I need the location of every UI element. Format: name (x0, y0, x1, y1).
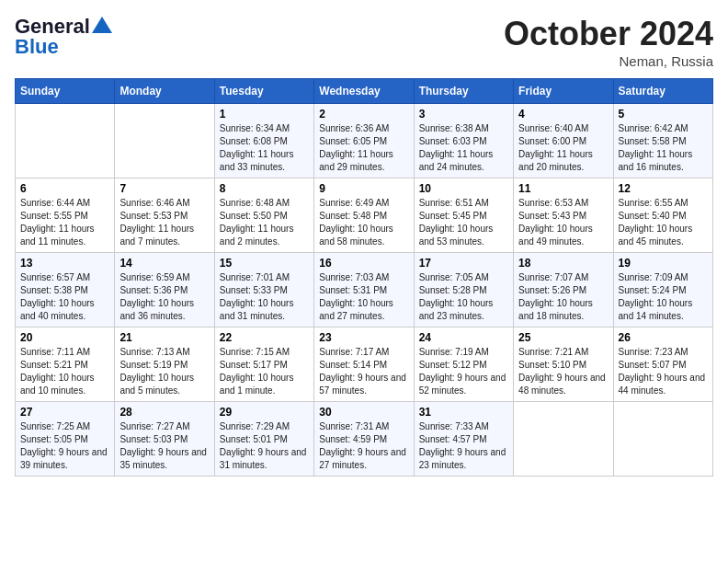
calendar-cell: 4Sunrise: 6:40 AM Sunset: 6:00 PM Daylig… (514, 104, 613, 178)
cell-info: Sunrise: 7:05 AM Sunset: 5:28 PM Dayligh… (419, 271, 508, 323)
day-number: 21 (119, 331, 209, 344)
calendar-cell: 16Sunrise: 7:03 AM Sunset: 5:31 PM Dayli… (314, 253, 414, 327)
cell-info: Sunrise: 7:29 AM Sunset: 5:01 PM Dayligh… (220, 420, 309, 472)
calendar-cell: 6Sunrise: 6:44 AM Sunset: 5:55 PM Daylig… (16, 178, 115, 253)
day-number: 17 (419, 257, 508, 270)
day-number: 7 (119, 182, 209, 195)
month-title: October 2024 (504, 15, 713, 53)
cell-info: Sunrise: 7:23 AM Sunset: 5:07 PM Dayligh… (619, 346, 708, 397)
cell-info: Sunrise: 6:55 AM Sunset: 5:40 PM Dayligh… (619, 197, 708, 248)
cell-info: Sunrise: 6:46 AM Sunset: 5:53 PM Dayligh… (119, 197, 209, 248)
day-number: 15 (220, 257, 309, 270)
cell-info: Sunrise: 6:36 AM Sunset: 6:05 PM Dayligh… (319, 122, 408, 174)
cell-info: Sunrise: 7:21 AM Sunset: 5:10 PM Dayligh… (518, 346, 608, 397)
header-sunday: Sunday (16, 79, 115, 104)
cell-info: Sunrise: 7:17 AM Sunset: 5:14 PM Dayligh… (319, 346, 408, 397)
cell-info: Sunrise: 6:59 AM Sunset: 5:36 PM Dayligh… (119, 271, 209, 323)
week-row-5: 27Sunrise: 7:25 AM Sunset: 5:05 PM Dayli… (16, 402, 713, 477)
calendar-cell: 18Sunrise: 7:07 AM Sunset: 5:26 PM Dayli… (514, 253, 613, 327)
svg-marker-0 (92, 17, 112, 33)
cell-info: Sunrise: 6:42 AM Sunset: 5:58 PM Dayligh… (619, 122, 708, 174)
cell-info: Sunrise: 7:09 AM Sunset: 5:24 PM Dayligh… (619, 271, 708, 323)
day-number: 18 (518, 257, 608, 270)
day-number: 26 (619, 331, 708, 344)
calendar-cell: 27Sunrise: 7:25 AM Sunset: 5:05 PM Dayli… (16, 402, 115, 477)
cell-info: Sunrise: 6:53 AM Sunset: 5:43 PM Dayligh… (518, 197, 608, 248)
calendar-cell: 29Sunrise: 7:29 AM Sunset: 5:01 PM Dayli… (214, 402, 313, 477)
day-number: 19 (619, 257, 708, 270)
calendar-cell: 9Sunrise: 6:49 AM Sunset: 5:48 PM Daylig… (314, 178, 414, 253)
day-number: 25 (518, 331, 608, 344)
cell-info: Sunrise: 6:44 AM Sunset: 5:55 PM Dayligh… (20, 197, 109, 248)
cell-info: Sunrise: 6:38 AM Sunset: 6:03 PM Dayligh… (419, 122, 508, 174)
calendar-cell: 28Sunrise: 7:27 AM Sunset: 5:03 PM Dayli… (115, 402, 214, 477)
day-number: 27 (20, 406, 109, 419)
cell-info: Sunrise: 7:15 AM Sunset: 5:17 PM Dayligh… (220, 346, 309, 397)
header-saturday: Saturday (613, 79, 712, 104)
day-number: 5 (619, 108, 708, 121)
calendar-cell: 21Sunrise: 7:13 AM Sunset: 5:19 PM Dayli… (115, 327, 214, 402)
calendar-cell: 11Sunrise: 6:53 AM Sunset: 5:43 PM Dayli… (514, 178, 613, 253)
week-row-2: 6Sunrise: 6:44 AM Sunset: 5:55 PM Daylig… (16, 178, 713, 253)
calendar-cell: 17Sunrise: 7:05 AM Sunset: 5:28 PM Dayli… (414, 253, 513, 327)
title-block: October 2024 Neman, Russia (504, 15, 713, 69)
day-number: 23 (319, 331, 408, 344)
calendar-cell (514, 402, 613, 477)
day-number: 29 (220, 406, 309, 419)
calendar-cell: 10Sunrise: 6:51 AM Sunset: 5:45 PM Dayli… (414, 178, 513, 253)
week-row-4: 20Sunrise: 7:11 AM Sunset: 5:21 PM Dayli… (16, 327, 713, 402)
logo: General Blue (15, 15, 112, 59)
day-number: 30 (319, 406, 408, 419)
cell-info: Sunrise: 7:19 AM Sunset: 5:12 PM Dayligh… (419, 346, 508, 397)
day-number: 24 (419, 331, 508, 344)
calendar-cell (16, 104, 115, 178)
calendar-cell: 8Sunrise: 6:48 AM Sunset: 5:50 PM Daylig… (214, 178, 313, 253)
cell-info: Sunrise: 7:07 AM Sunset: 5:26 PM Dayligh… (518, 271, 608, 323)
day-number: 10 (419, 182, 508, 195)
header-tuesday: Tuesday (214, 79, 313, 104)
cell-info: Sunrise: 7:03 AM Sunset: 5:31 PM Dayligh… (319, 271, 408, 323)
day-number: 6 (20, 182, 109, 195)
day-number: 3 (419, 108, 508, 121)
day-number: 14 (119, 257, 209, 270)
cell-info: Sunrise: 6:49 AM Sunset: 5:48 PM Dayligh… (319, 197, 408, 248)
calendar-cell: 31Sunrise: 7:33 AM Sunset: 4:57 PM Dayli… (414, 402, 513, 477)
week-row-3: 13Sunrise: 6:57 AM Sunset: 5:38 PM Dayli… (16, 253, 713, 327)
calendar-cell: 12Sunrise: 6:55 AM Sunset: 5:40 PM Dayli… (613, 178, 712, 253)
day-number: 28 (119, 406, 209, 419)
cell-info: Sunrise: 6:34 AM Sunset: 6:08 PM Dayligh… (220, 122, 309, 174)
header-thursday: Thursday (414, 79, 513, 104)
logo-icon (92, 17, 112, 33)
cell-info: Sunrise: 7:33 AM Sunset: 4:57 PM Dayligh… (419, 420, 508, 472)
cell-info: Sunrise: 6:57 AM Sunset: 5:38 PM Dayligh… (20, 271, 109, 323)
day-number: 22 (220, 331, 309, 344)
calendar-cell (613, 402, 712, 477)
calendar-cell: 25Sunrise: 7:21 AM Sunset: 5:10 PM Dayli… (514, 327, 613, 402)
day-number: 31 (419, 406, 508, 419)
cell-info: Sunrise: 6:40 AM Sunset: 6:00 PM Dayligh… (518, 122, 608, 174)
cell-info: Sunrise: 7:31 AM Sunset: 4:59 PM Dayligh… (319, 420, 408, 472)
cell-info: Sunrise: 7:25 AM Sunset: 5:05 PM Dayligh… (20, 420, 109, 472)
week-row-1: 1Sunrise: 6:34 AM Sunset: 6:08 PM Daylig… (16, 104, 713, 178)
header-monday: Monday (115, 79, 214, 104)
cell-info: Sunrise: 6:48 AM Sunset: 5:50 PM Dayligh… (220, 197, 309, 248)
calendar-cell: 13Sunrise: 6:57 AM Sunset: 5:38 PM Dayli… (16, 253, 115, 327)
calendar-cell: 30Sunrise: 7:31 AM Sunset: 4:59 PM Dayli… (314, 402, 414, 477)
cell-info: Sunrise: 7:27 AM Sunset: 5:03 PM Dayligh… (119, 420, 209, 472)
calendar-cell (115, 104, 214, 178)
calendar-cell: 19Sunrise: 7:09 AM Sunset: 5:24 PM Dayli… (613, 253, 712, 327)
calendar-cell: 5Sunrise: 6:42 AM Sunset: 5:58 PM Daylig… (613, 104, 712, 178)
day-number: 13 (20, 257, 109, 270)
calendar-cell: 24Sunrise: 7:19 AM Sunset: 5:12 PM Dayli… (414, 327, 513, 402)
calendar-cell: 3Sunrise: 6:38 AM Sunset: 6:03 PM Daylig… (414, 104, 513, 178)
cell-info: Sunrise: 6:51 AM Sunset: 5:45 PM Dayligh… (419, 197, 508, 248)
calendar-cell: 15Sunrise: 7:01 AM Sunset: 5:33 PM Dayli… (214, 253, 313, 327)
calendar-cell: 20Sunrise: 7:11 AM Sunset: 5:21 PM Dayli… (16, 327, 115, 402)
calendar-cell: 1Sunrise: 6:34 AM Sunset: 6:08 PM Daylig… (214, 104, 313, 178)
day-number: 12 (619, 182, 708, 195)
logo-blue: Blue (15, 35, 59, 59)
cell-info: Sunrise: 7:13 AM Sunset: 5:19 PM Dayligh… (119, 346, 209, 397)
calendar-cell: 7Sunrise: 6:46 AM Sunset: 5:53 PM Daylig… (115, 178, 214, 253)
day-number: 9 (319, 182, 408, 195)
cell-info: Sunrise: 7:11 AM Sunset: 5:21 PM Dayligh… (20, 346, 109, 397)
